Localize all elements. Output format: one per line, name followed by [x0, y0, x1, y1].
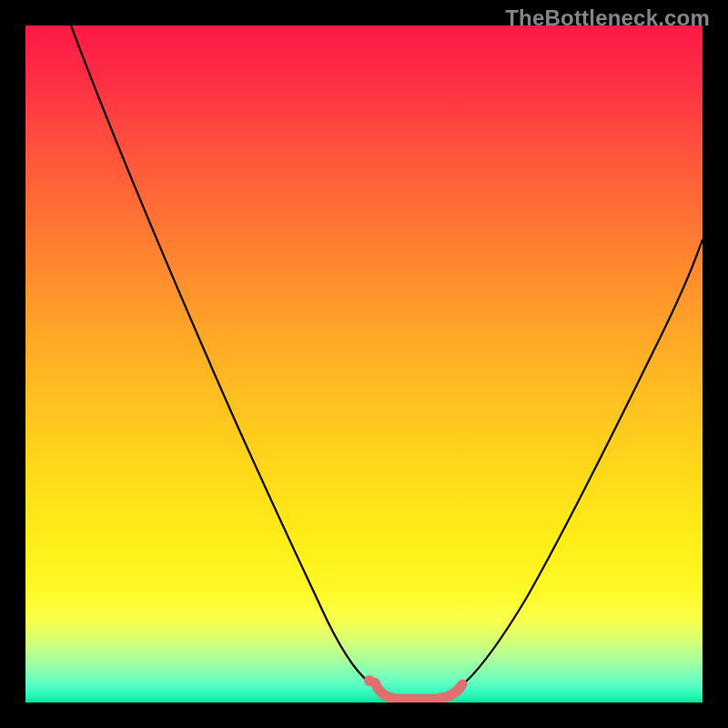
chart-svg	[25, 25, 703, 703]
curve-left	[71, 25, 369, 682]
floor-segment	[375, 682, 462, 699]
curve-right	[465, 239, 703, 682]
floor-dot	[364, 675, 375, 686]
chart-frame	[25, 25, 703, 703]
